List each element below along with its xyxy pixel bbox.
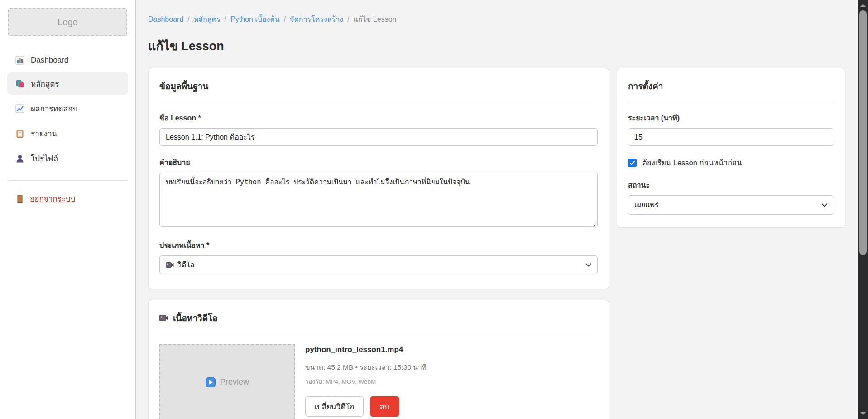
lesson-description-textarea[interactable]: บทเรียนนี้จะอธิบายว่า Python คืออะไร ประ… (159, 173, 598, 227)
right-column: การตั้งค่า ระยะเวลา (นาที) ต้องเรียน Les… (617, 68, 845, 228)
page-title: แก้ไข Lesson (148, 36, 855, 56)
sidebar-item-dashboard[interactable]: Dashboard (7, 51, 128, 70)
status-group: สถานะ เผยแพร่ (628, 179, 834, 215)
logout-link[interactable]: ออกจากระบบ (14, 193, 75, 205)
content-type-value: วิดีโอ (177, 259, 195, 270)
books-icon (14, 79, 25, 88)
duration-label: ระยะเวลา (นาที) (628, 112, 834, 124)
checkbox-checked-icon[interactable] (628, 159, 637, 167)
left-column: ข้อมูลพื้นฐาน ชื่อ Lesson * คำอธิบาย บทเ… (148, 68, 609, 419)
breadcrumb-separator: / (347, 15, 349, 24)
sidebar-item-label: Dashboard (31, 56, 68, 65)
sidebar-item-profile[interactable]: โปรไฟล์ (7, 147, 128, 169)
lesson-description-group: คำอธิบาย บทเรียนนี้จะอธิบายว่า Python คื… (159, 157, 598, 229)
video-info: python_intro_lesson1.mp4 ขนาด: 45.2 MB •… (305, 344, 427, 417)
lesson-name-group: ชื่อ Lesson * (159, 112, 598, 146)
prerequisite-checkbox-row[interactable]: ต้องเรียน Lesson ก่อนหน้าก่อน (628, 157, 834, 169)
sidebar-item-label: ผลการทดสอบ (31, 102, 77, 115)
scroll-up-arrow-icon[interactable] (860, 4, 866, 7)
video-preview[interactable]: Preview (159, 344, 295, 419)
vertical-scrollbar[interactable] (858, 0, 868, 419)
video-camera-icon (159, 314, 168, 322)
logo-placeholder: Logo (8, 8, 127, 36)
card-basic-info: ข้อมูลพื้นฐาน ชื่อ Lesson * คำอธิบาย บทเ… (148, 68, 609, 289)
basic-info-title: ข้อมูลพื้นฐาน (159, 79, 598, 93)
bar-chart-icon (14, 56, 25, 65)
card-divider (628, 102, 834, 102)
app-window: Logo Dashboard หลักสูตร ผลการทดสอบ (0, 0, 868, 419)
duration-group: ระยะเวลา (นาที) (628, 112, 834, 146)
sidebar-item-test-results[interactable]: ผลการทดสอบ (7, 97, 128, 120)
breadcrumb-separator: / (225, 15, 226, 24)
logout-label: ออกจากระบบ (30, 193, 75, 205)
breadcrumb: Dashboard / หลักสูตร / Python เบื้องต้น … (148, 14, 855, 25)
video-formats: รองรับ: MP4, MOV, WebM (305, 376, 427, 386)
main-content: Dashboard / หลักสูตร / Python เบื้องต้น … (136, 0, 868, 419)
lesson-description-label: คำอธิบาย (159, 157, 598, 168)
settings-title: การตั้งค่า (628, 79, 834, 93)
chevron-down-icon (585, 263, 591, 267)
play-icon (206, 377, 216, 387)
video-camera-icon (166, 262, 174, 268)
delete-video-button[interactable]: ลบ (370, 396, 399, 417)
chart-increasing-icon (14, 104, 25, 113)
logo-text: Logo (58, 17, 78, 28)
breadcrumb-separator: / (187, 15, 189, 24)
breadcrumb-link-structure[interactable]: จัดการโครงสร้าง (290, 14, 343, 25)
content-columns: ข้อมูลพื้นฐาน ชื่อ Lesson * คำอธิบาย บทเ… (148, 68, 855, 419)
scrollbar-thumb[interactable] (859, 10, 867, 255)
lesson-name-label: ชื่อ Lesson * (159, 112, 598, 124)
sidebar-item-label: โปรไฟล์ (31, 152, 58, 164)
content-type-group: ประเภทเนื้อหา * วิดีโอ (159, 240, 598, 274)
sidebar-item-label: หลักสูตร (31, 77, 59, 90)
card-divider (159, 334, 598, 334)
breadcrumb-separator: / (284, 15, 286, 24)
card-settings: การตั้งค่า ระยะเวลา (นาที) ต้องเรียน Les… (617, 68, 845, 228)
content-type-label: ประเภทเนื้อหา * (159, 240, 598, 251)
chevron-down-icon (821, 203, 828, 207)
video-buttons: เปลี่ยนวิดีโอ ลบ (305, 396, 427, 417)
card-video-content: เนื้อหาวิดีโอ Preview python_intro_lesso… (148, 300, 609, 419)
status-label: สถานะ (628, 179, 834, 191)
sidebar-item-reports[interactable]: รายงาน (7, 122, 128, 144)
status-select[interactable]: เผยแพร่ (628, 195, 834, 215)
video-body: Preview python_intro_lesson1.mp4 ขนาด: 4… (159, 344, 598, 419)
video-filename: python_intro_lesson1.mp4 (305, 345, 427, 354)
sidebar-item-label: รายงาน (31, 127, 57, 140)
video-preview-label: Preview (220, 377, 249, 387)
sidebar: Logo Dashboard หลักสูตร ผลการทดสอบ (0, 0, 136, 419)
breadcrumb-link-dashboard[interactable]: Dashboard (148, 15, 183, 24)
person-icon (14, 154, 25, 163)
prerequisite-label: ต้องเรียน Lesson ก่อนหน้าก่อน (642, 157, 742, 169)
status-value: เผยแพร่ (634, 199, 659, 211)
scroll-down-arrow-icon[interactable] (860, 412, 866, 415)
sidebar-divider (8, 180, 127, 181)
video-card-title: เนื้อหาวิดีโอ (173, 311, 218, 325)
lesson-name-input[interactable] (159, 128, 598, 146)
video-meta: ขนาด: 45.2 MB • ระยะเวลา: 15:30 นาที (305, 361, 427, 373)
card-divider (159, 102, 598, 102)
breadcrumb-link-course[interactable]: Python เบื้องต้น (230, 14, 280, 25)
breadcrumb-link-courses[interactable]: หลักสูตร (194, 14, 221, 25)
clipboard-icon (14, 129, 25, 138)
sidebar-nav: Dashboard หลักสูตร ผลการทดสอบ รายงาน (7, 51, 128, 169)
breadcrumb-current: แก้ไข Lesson (353, 14, 396, 25)
door-icon (14, 194, 25, 203)
content-type-select[interactable]: วิดีโอ (159, 255, 598, 274)
change-video-button[interactable]: เปลี่ยนวิดีโอ (305, 396, 364, 417)
sidebar-item-courses[interactable]: หลักสูตร (7, 72, 128, 95)
duration-input[interactable] (628, 128, 834, 146)
